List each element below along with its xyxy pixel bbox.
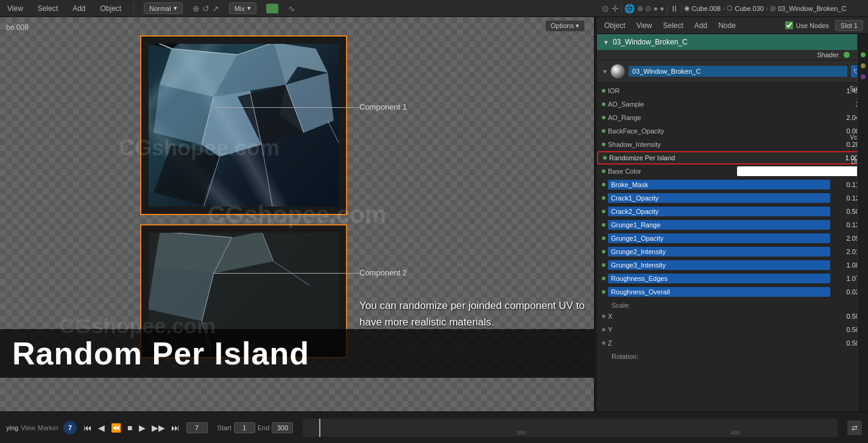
dot-broke-mask[interactable] <box>602 183 605 186</box>
panel-header[interactable]: ▼ 03_Window_Broken_C ⧉ <box>597 34 868 50</box>
nt-view[interactable]: View <box>634 20 655 31</box>
breadcrumb-cube008[interactable]: Cube.008 <box>692 5 721 12</box>
main-viewport: CGshopee.com CGshopee.com CGshopee.com O… <box>0 17 594 411</box>
field-grunge1-range[interactable]: Grunge1_Range <box>608 220 830 230</box>
panel-title: 03_Window_Broken_C <box>613 38 688 46</box>
socket-vc <box>861 63 866 68</box>
frame-circle: 7 <box>63 421 77 434</box>
dot-base-color[interactable] <box>602 169 605 173</box>
dot-crack1[interactable] <box>602 196 605 200</box>
dot-grunge3[interactable] <box>602 263 605 267</box>
mix-selector[interactable]: Mix ▾ <box>229 2 256 14</box>
nt-node[interactable]: Node <box>716 20 738 31</box>
breadcrumb-cube030[interactable]: Cube.030 <box>735 5 764 12</box>
shader-socket <box>844 52 850 58</box>
skip-to-start-button[interactable]: ⏮ <box>82 422 94 434</box>
nt-object[interactable]: Object <box>602 20 628 31</box>
rotation-section-header: Rotation: <box>597 350 868 361</box>
toolbar-object[interactable]: Object <box>98 3 124 14</box>
label-scale-y: Y <box>608 326 830 333</box>
start-end-container: Start End <box>217 422 294 433</box>
field-grunge2[interactable]: Grunge2_Intensity <box>608 247 830 257</box>
dot-scale-z[interactable] <box>602 341 605 345</box>
label-ao-range: AO_Range <box>608 114 830 121</box>
mode-selector[interactable]: Normal ▾ <box>144 2 182 14</box>
bc-sep1: › <box>722 4 725 13</box>
dot-scale-y[interactable] <box>602 328 605 331</box>
field-roughness-edges[interactable]: Roughness_Edges <box>608 274 830 283</box>
label-scale-z: Z <box>608 339 830 347</box>
timeline-scrubber <box>319 419 320 437</box>
play-back-button[interactable]: ⏪ <box>109 422 123 434</box>
dot-roughness-overall[interactable] <box>602 290 605 294</box>
timeline-track[interactable]: 350 400 <box>303 419 838 437</box>
options-button[interactable]: Options ▾ <box>545 20 585 32</box>
label-base-color: Base Color <box>608 168 735 175</box>
base-color-swatch[interactable] <box>737 166 864 176</box>
end-frame-input[interactable] <box>272 422 293 433</box>
play-forward-button[interactable]: ▶ <box>137 422 147 434</box>
skip-to-end-button[interactable]: ⏭ <box>169 422 182 434</box>
dot-scale-x[interactable] <box>602 314 605 318</box>
sep3 <box>681 4 682 13</box>
prop-row-backface: BackFace_Opacity 0.000 <box>597 124 868 138</box>
dot-crack2[interactable] <box>602 210 605 213</box>
field-crack2[interactable]: Crack2_Opacity <box>608 207 830 216</box>
field-grunge3[interactable]: Grunge3_Intensity <box>608 260 830 270</box>
start-frame-input[interactable] <box>234 422 255 433</box>
color-box <box>266 4 278 13</box>
step-back-button[interactable]: ◀ <box>96 422 107 434</box>
node-sockets-panel <box>857 34 868 411</box>
dot-ao-sample[interactable] <box>602 102 605 106</box>
timeline-frame-350: 350 <box>517 430 526 436</box>
timeline-left: ying View Marker <box>6 424 58 431</box>
dropdown-arrow[interactable]: ▼ <box>602 68 608 75</box>
play-controls[interactable]: ⏮ ◀ ⏪ ■ ▶ ▶▶ ⏭ <box>82 422 181 434</box>
component1-line <box>213 107 359 108</box>
swap-button[interactable]: ⇄ <box>847 420 862 435</box>
panel-header-left: ▼ 03_Window_Broken_C <box>603 38 688 46</box>
dot-backface[interactable] <box>602 129 605 133</box>
field-grunge1-opacity[interactable]: Grunge1_Opacity <box>608 233 830 243</box>
scale-label: Scale: <box>602 300 635 310</box>
toolbar-view[interactable]: View <box>5 3 26 14</box>
frame-counter: 7 <box>63 421 77 434</box>
prop-row-crack2: Crack2_Opacity 0.509 <box>597 205 868 218</box>
dot-shadow[interactable] <box>602 143 605 146</box>
toolbar-add[interactable]: Add <box>70 3 88 14</box>
component2-label: Component 2 <box>359 268 407 277</box>
socket-yellow <box>861 63 866 68</box>
prop-row-roughness-edges: Roughness_Edges 1.078 <box>597 272 868 285</box>
toolbar-select[interactable]: Select <box>35 3 60 14</box>
breadcrumb-material[interactable]: 03_Window_Broken_C <box>778 5 847 12</box>
prop-row-ior: IOR 1.450 <box>597 84 868 97</box>
transform-icons: ⊕ ↺ ↗ <box>192 4 219 13</box>
stop-button[interactable]: ■ <box>125 422 134 434</box>
material-name-input[interactable] <box>629 66 847 77</box>
slot-selector[interactable]: Slot 1 <box>835 20 863 31</box>
dot-roughness-edges[interactable] <box>602 277 605 280</box>
label-randomize: Randomize Per Island <box>609 154 829 161</box>
big-title-text: Random Per Island <box>12 335 309 372</box>
prop-row-grunge3: Grunge3_Intensity 1.082 <box>597 258 868 272</box>
use-nodes-toggle[interactable]: Use Nodes <box>785 21 828 29</box>
socket-su <box>861 52 866 57</box>
dot-grunge1-range[interactable] <box>602 223 605 227</box>
dot-grunge1-opacity[interactable] <box>602 236 605 240</box>
dot-randomize[interactable] <box>603 156 607 160</box>
object-icon: ◉ <box>684 4 690 12</box>
nt-select[interactable]: Select <box>660 20 685 31</box>
dot-ao-range[interactable] <box>602 116 605 119</box>
current-frame-input[interactable] <box>186 422 208 433</box>
socket-green <box>861 52 866 57</box>
more-icons: ⊕ ⊙ ● ● <box>637 4 665 13</box>
field-roughness-overall[interactable]: Roughness_Overall <box>608 287 830 297</box>
dot-grunge2[interactable] <box>602 250 605 253</box>
label-scale-x: X <box>608 313 830 320</box>
separator <box>133 4 134 13</box>
dot-ior[interactable] <box>602 89 605 93</box>
field-broke-mask[interactable]: Broke_Mask <box>608 180 830 190</box>
field-crack1[interactable]: Crack1_Opacity <box>608 193 830 203</box>
nt-add[interactable]: Add <box>692 20 710 31</box>
step-forward-button[interactable]: ▶▶ <box>150 422 167 434</box>
